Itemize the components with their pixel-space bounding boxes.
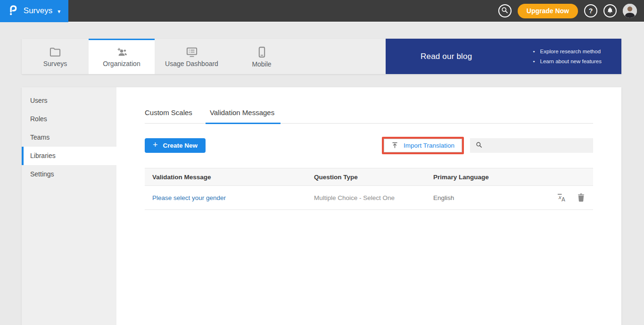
nav-tab-label: Mobile	[252, 60, 271, 68]
banner-bullet: Learn about new features	[533, 57, 602, 67]
table-header-row: Validation Message Question Type Primary…	[145, 168, 593, 186]
nav-tab-mobile[interactable]: Mobile	[229, 39, 295, 74]
create-new-button[interactable]: + Create New	[145, 138, 206, 153]
sidebar-item-settings[interactable]: Settings	[22, 165, 116, 183]
search-icon	[476, 142, 482, 150]
question-mark-icon: ?	[589, 7, 593, 15]
annotation-highlight-box: Import Translation	[382, 137, 464, 154]
validation-message-link[interactable]: Please select your gender	[145, 194, 314, 201]
blog-banner[interactable]: Read our blog Explore research method Le…	[386, 39, 621, 74]
chevron-down-icon: ▼	[57, 9, 61, 14]
blog-banner-bullets: Explore research method Learn about new …	[533, 47, 602, 67]
toolbar: + Create New Import Translation	[145, 137, 593, 154]
add-people-icon	[115, 47, 128, 58]
smartphone-icon	[258, 46, 266, 58]
sidebar-item-teams[interactable]: Teams	[22, 128, 116, 147]
nav-tab-organization[interactable]: Organization	[89, 39, 155, 74]
upgrade-now-button[interactable]: Upgrade Now	[518, 4, 578, 18]
row-actions: x A	[540, 193, 593, 202]
primary-language-value: English	[433, 194, 540, 201]
app-menu-label: Surveys	[24, 6, 52, 16]
nav-tab-label: Surveys	[43, 60, 67, 67]
topbar: Surveys ▼ Upgrade Now ?	[0, 0, 644, 22]
sidebar-item-libraries[interactable]: Libraries	[22, 147, 116, 165]
primary-nav-card: Surveys Organization	[22, 39, 621, 74]
toolbar-right: Import Translation	[382, 137, 593, 154]
notifications-button[interactable]	[603, 4, 617, 17]
blog-banner-title: Read our blog	[421, 52, 472, 61]
nav-tab-usage-dashboard[interactable]: Usage Dashboard	[155, 39, 229, 74]
import-translation-label: Import Translation	[404, 142, 454, 149]
tab-custom-scales[interactable]: Custom Scales	[145, 108, 192, 123]
table-search	[470, 138, 593, 153]
settings-sidebar: Users Roles Teams Libraries Settings	[22, 87, 116, 325]
help-button[interactable]: ?	[584, 4, 597, 17]
svg-text:A: A	[561, 196, 565, 202]
user-avatar[interactable]	[623, 4, 637, 18]
nav-tab-label: Usage Dashboard	[165, 60, 218, 67]
banner-bullet: Explore research method	[533, 47, 602, 57]
question-type-value: Multiple Choice - Select One	[314, 194, 433, 201]
validation-messages-table: Validation Message Question Type Primary…	[145, 168, 593, 210]
library-tabs: Custom Scales Validation Messages	[145, 108, 593, 124]
column-header-validation-message: Validation Message	[145, 174, 314, 181]
column-header-question-type: Question Type	[314, 174, 433, 181]
plus-icon: +	[153, 140, 158, 150]
column-header-primary-language: Primary Language	[433, 174, 540, 181]
search-icon	[501, 7, 508, 15]
search-button[interactable]	[498, 4, 512, 17]
main-card: Users Roles Teams Libraries Settings Cus…	[22, 87, 621, 325]
sidebar-item-roles[interactable]: Roles	[22, 110, 116, 128]
bell-icon	[607, 7, 613, 15]
translate-button[interactable]: x A	[557, 193, 567, 202]
table-row: Please select your gender Multiple Choic…	[145, 186, 593, 210]
upload-icon	[391, 142, 398, 150]
nav-tab-surveys[interactable]: Surveys	[22, 39, 89, 74]
dashboard-monitor-icon	[185, 47, 198, 58]
search-input[interactable]	[487, 142, 593, 149]
delete-button[interactable]	[578, 193, 585, 202]
topbar-actions: Upgrade Now ?	[498, 4, 644, 18]
sidebar-item-users[interactable]: Users	[22, 92, 116, 110]
libraries-content: Custom Scales Validation Messages + Crea…	[116, 87, 621, 325]
app-menu[interactable]: Surveys ▼	[0, 0, 68, 22]
tab-validation-messages[interactable]: Validation Messages	[210, 108, 274, 123]
questionpro-logo-icon	[7, 3, 19, 19]
folder-icon	[49, 47, 61, 58]
primary-nav-tabs: Surveys Organization	[22, 39, 386, 74]
nav-tab-label: Organization	[103, 60, 140, 67]
import-translation-button[interactable]: Import Translation	[384, 139, 462, 152]
create-new-label: Create New	[163, 142, 198, 149]
